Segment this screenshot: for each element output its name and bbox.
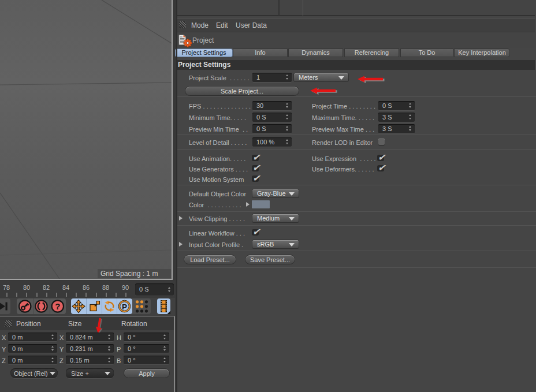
svg-text:P: P [122, 303, 127, 311]
svg-text:?: ? [55, 301, 60, 311]
